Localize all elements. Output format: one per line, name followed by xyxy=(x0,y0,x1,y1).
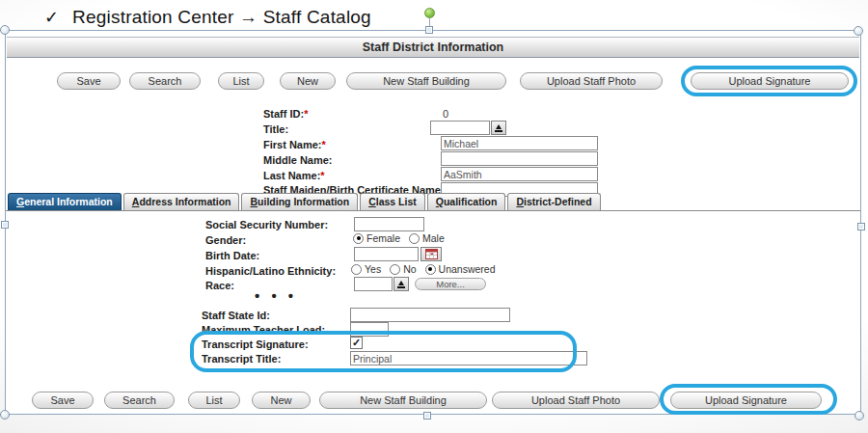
title-label: Title: xyxy=(263,123,288,136)
save-button-top[interactable]: Save xyxy=(57,72,121,90)
selection-handle-top-middle[interactable] xyxy=(425,26,433,34)
dropdown-arrow-icon xyxy=(398,281,404,285)
transcript-title-label: Transcript Title: xyxy=(202,353,281,365)
slide-caption: ✓ Registration Center → Staff Catalog xyxy=(44,6,371,29)
ethnicity-yes-radio[interactable] xyxy=(351,264,362,275)
birth-date-input[interactable] xyxy=(354,247,419,261)
selection-handle-top-right[interactable] xyxy=(854,26,863,36)
middle-name-label: Middle Name: xyxy=(263,154,333,167)
check-icon: ✓ xyxy=(44,7,59,28)
ellipsis-dots: • • • xyxy=(255,287,297,304)
max-teacher-load-input[interactable] xyxy=(350,322,389,337)
selection-handle-bottom-right[interactable] xyxy=(854,411,864,420)
race-label: Race: xyxy=(205,280,234,292)
max-teacher-load-label: Maximum Teacher Load: xyxy=(202,324,325,337)
new-button-bottom[interactable]: New xyxy=(252,392,311,409)
divider xyxy=(7,381,859,382)
staff-state-id-input[interactable] xyxy=(350,308,510,322)
upload-staff-photo-button-bottom[interactable]: Upload Staff Photo xyxy=(492,392,660,409)
calendar-icon xyxy=(425,249,438,259)
title-input[interactable] xyxy=(430,121,490,135)
selection-handle-bottom-left[interactable] xyxy=(0,410,10,419)
more-button[interactable]: More... xyxy=(415,278,486,290)
save-button-bottom[interactable]: Save xyxy=(32,392,94,409)
ssn-input[interactable] xyxy=(354,217,424,231)
staff-id-value: 0 xyxy=(443,108,448,120)
rotation-handle-icon[interactable] xyxy=(424,8,435,18)
title-dropdown-button[interactable] xyxy=(491,121,506,135)
middle-name-input[interactable] xyxy=(441,151,598,166)
tab-strip: General Information Address Information … xyxy=(6,193,860,211)
ethnicity-label: Hispanic/Latino Ethnicity: xyxy=(205,265,336,278)
selection-handle-left-middle[interactable] xyxy=(1,221,9,229)
transcript-title-input[interactable] xyxy=(350,351,587,365)
new-staff-building-button-bottom[interactable]: New Staff Building xyxy=(319,392,487,409)
page-title: Staff District Information xyxy=(7,37,859,58)
selection-handle-right-middle[interactable] xyxy=(857,223,865,230)
selection-handle-bottom-middle[interactable] xyxy=(423,412,431,419)
slide-caption-text: Registration Center → Staff Catalog xyxy=(72,6,371,29)
staff-state-id-label: Staff State Id: xyxy=(202,310,270,322)
search-button-bottom[interactable]: Search xyxy=(104,392,175,409)
search-button-top[interactable]: Search xyxy=(129,72,201,90)
upload-signature-button-top[interactable]: Upload Signature xyxy=(691,72,849,90)
selection-handle-top-left[interactable] xyxy=(0,25,10,35)
birth-date-label: Birth Date: xyxy=(205,250,259,262)
list-button-top[interactable]: List xyxy=(218,72,264,90)
ethnicity-unanswered-radio[interactable] xyxy=(425,264,436,275)
transcript-signature-checkbox[interactable]: ✓ xyxy=(350,337,363,349)
slide-canvas: ✓ Registration Center → Staff Catalog St… xyxy=(0,0,868,433)
last-name-input[interactable] xyxy=(441,167,598,181)
staff-district-screenshot[interactable]: Staff District Information Save Search L… xyxy=(5,30,861,415)
tab-qualification[interactable]: Qualification xyxy=(427,193,506,210)
upload-signature-button-bottom[interactable]: Upload Signature xyxy=(670,392,822,409)
gender-label: Gender: xyxy=(205,234,246,247)
first-name-input[interactable] xyxy=(441,136,598,150)
staff-id-label: Staff ID:* xyxy=(263,108,308,121)
tab-building-information[interactable]: Building Information xyxy=(241,193,358,210)
tab-district-defined[interactable]: District-Defined xyxy=(507,193,600,210)
transcript-signature-label: Transcript Signature: xyxy=(202,338,309,351)
gender-radio-group: Female Male xyxy=(353,232,450,244)
tab-general-information[interactable]: General Information xyxy=(8,193,122,210)
divider xyxy=(7,95,859,95)
ethnicity-radio-group: Yes No Unanswered xyxy=(351,263,502,275)
ssn-label: Social Security Number: xyxy=(205,219,328,231)
tab-class-list[interactable]: Class List xyxy=(360,193,425,210)
new-button-top[interactable]: New xyxy=(280,72,336,90)
gender-female-radio[interactable] xyxy=(353,233,364,244)
first-name-label: First Name:* xyxy=(263,139,326,151)
new-staff-building-button-top[interactable]: New Staff Building xyxy=(346,72,506,90)
calendar-button[interactable] xyxy=(420,247,442,261)
upload-staff-photo-button-top[interactable]: Upload Staff Photo xyxy=(520,72,663,90)
race-input[interactable] xyxy=(354,277,393,291)
list-button-bottom[interactable]: List xyxy=(188,392,240,409)
last-name-label: Last Name:* xyxy=(263,170,325,182)
ethnicity-no-radio[interactable] xyxy=(390,264,400,275)
dropdown-arrow-icon xyxy=(496,124,502,129)
tab-address-information[interactable]: Address Information xyxy=(123,193,240,210)
race-dropdown-button[interactable] xyxy=(393,277,409,291)
gender-male-radio[interactable] xyxy=(409,233,420,244)
